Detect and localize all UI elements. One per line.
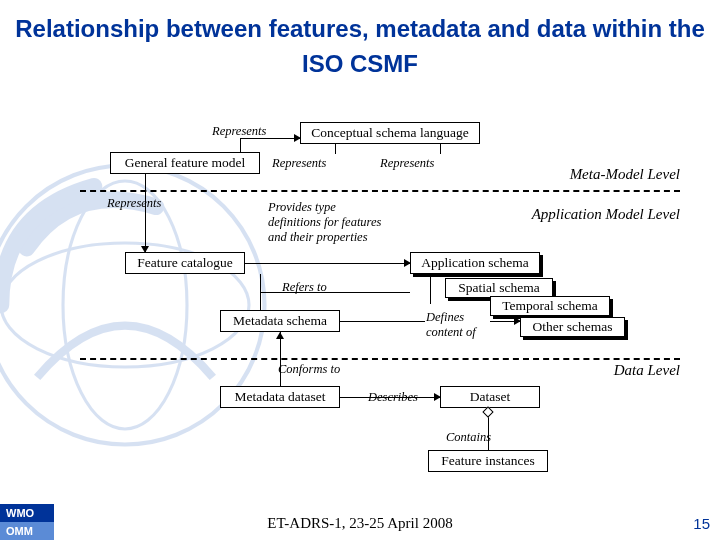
slide-title: Relationship between features, metadata … [0, 12, 720, 82]
conn-csl-down1 [335, 144, 336, 154]
box-temporal-schema: Temporal schema [490, 296, 610, 316]
conn-gfm-csl-v [240, 138, 241, 152]
label-represents-2: Represents [272, 156, 326, 171]
separator-2 [80, 358, 680, 360]
conn-refers-h [260, 292, 410, 293]
label-conforms-to: Conforms to [278, 362, 340, 377]
box-other-schemas: Other schemas [520, 317, 625, 337]
box-dataset: Dataset [440, 386, 540, 408]
box-metadata-dataset: Metadata dataset [220, 386, 340, 408]
separator-1 [80, 190, 680, 192]
label-represents-1: Represents [212, 124, 266, 139]
conn-ms-md [280, 332, 281, 386]
box-spatial-schema: Spatial schema [445, 278, 553, 298]
box-metadata-schema: Metadata schema [220, 310, 340, 332]
conn-csl-down2 [440, 144, 441, 154]
label-contains: Contains [446, 430, 491, 445]
conn-gfm-csl-h [240, 138, 300, 139]
arrow-ms-def [514, 317, 521, 325]
box-conceptual-schema-language: Conceptual schema language [300, 122, 480, 144]
conn-ds-fi [488, 416, 489, 450]
label-represents-4: Represents [107, 196, 161, 211]
box-general-feature-model: General feature model [110, 152, 260, 174]
conn-gfm-fc [145, 174, 146, 252]
conn-as-stack [430, 274, 431, 304]
arrow-gfm-csl [294, 134, 301, 142]
aggregation-diamond [482, 406, 493, 417]
arrow-gfm-fc [141, 246, 149, 253]
label-defines-content: Defines content of [426, 310, 491, 340]
slide-footer: ET-ADRS-1, 23-25 April 2008 [0, 515, 720, 532]
page-number: 15 [693, 515, 710, 532]
level-data: Data Level [614, 362, 680, 379]
conn-fc-as [245, 263, 410, 264]
level-app: Application Model Level [532, 206, 680, 223]
label-represents-3: Represents [380, 156, 434, 171]
svg-text:WMO: WMO [6, 507, 35, 519]
wmo-badge: WMO OMM [0, 504, 54, 540]
conn-md-ds [340, 397, 440, 398]
diagram: Conceptual schema language General featu… [110, 110, 670, 480]
arrow-ms-md [276, 332, 284, 339]
conn-ms-def-h1 [340, 321, 425, 322]
box-feature-instances: Feature instances [428, 450, 548, 472]
box-feature-catalogue: Feature catalogue [125, 252, 245, 274]
box-application-schema: Application schema [410, 252, 540, 274]
svg-text:OMM: OMM [6, 525, 33, 537]
arrow-md-ds [434, 393, 441, 401]
level-meta: Meta-Model Level [570, 166, 680, 183]
label-provides: Provides type definitions for features a… [268, 200, 383, 245]
arrow-fc-as [404, 259, 411, 267]
